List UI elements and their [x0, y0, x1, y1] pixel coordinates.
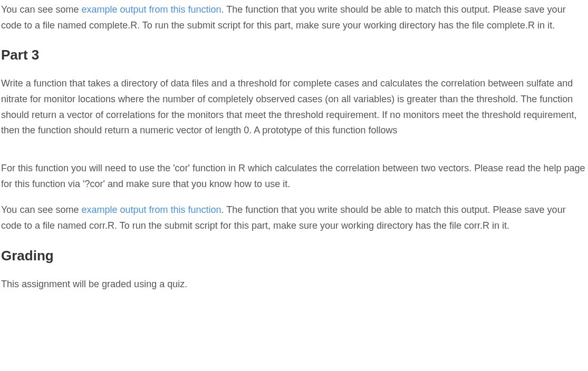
spacer	[1, 149, 587, 161]
paragraph-part3-description: Write a function that takes a directory …	[1, 76, 587, 139]
text-prefix: You can see some	[1, 4, 81, 15]
heading-grading: Grading	[1, 245, 587, 267]
link-example-output-2[interactable]: example output from this function	[81, 204, 221, 215]
heading-part-3: Part 3	[1, 44, 587, 66]
link-example-output-1[interactable]: example output from this function	[81, 4, 221, 15]
text-prefix: You can see some	[1, 204, 81, 215]
paragraph-grading: This assignment will be graded using a q…	[1, 277, 587, 292]
paragraph-complete-output: You can see some example output from thi…	[1, 2, 587, 33]
paragraph-cor-hint: For this function you will need to use t…	[1, 161, 587, 192]
paragraph-corr-output: You can see some example output from thi…	[1, 202, 587, 233]
document-content: You can see some example output from thi…	[0, 2, 588, 292]
